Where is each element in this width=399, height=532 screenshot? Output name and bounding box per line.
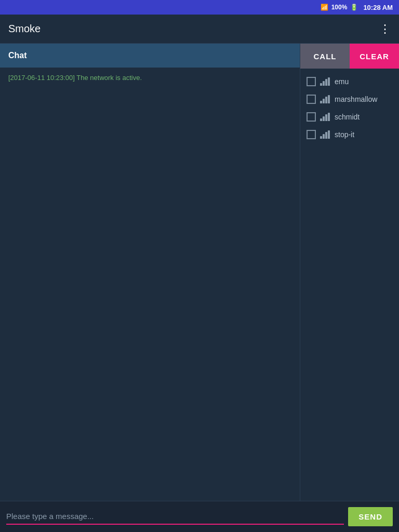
status-time: 10:28 AM (363, 4, 393, 11)
contact-checkbox[interactable] (307, 112, 316, 122)
signal-icon (320, 95, 330, 103)
battery-percentage: 100% (331, 4, 348, 11)
clear-button[interactable]: CLEAR (350, 44, 399, 69)
contact-checkbox[interactable] (307, 95, 316, 104)
more-options-icon[interactable]: ⋮ (379, 22, 391, 36)
input-bar: SEND (0, 501, 399, 532)
action-buttons: CALL CLEAR (300, 44, 399, 69)
contact-item[interactable]: schmidt (300, 108, 399, 126)
chat-header: Chat (0, 44, 300, 68)
status-bar: 📶 100% 🔋 10:28 AM (0, 0, 399, 15)
signal-icon (320, 130, 330, 139)
wifi-icon: 📶 (321, 4, 328, 11)
contact-name: schmidt (335, 113, 360, 121)
contact-list: emumarshmallowschmidtstop-it (300, 69, 399, 148)
contact-checkbox[interactable] (307, 130, 316, 139)
battery-icon: 🔋 (350, 4, 358, 11)
app-title: Smoke (8, 23, 41, 35)
network-status-message: [2017-06-11 10:23:00] The network is act… (8, 74, 291, 82)
right-panel: CALL CLEAR emumarshmallowschmidtstop-it (300, 44, 399, 501)
chat-messages: [2017-06-11 10:23:00] The network is act… (0, 68, 300, 501)
contact-name: emu (335, 77, 349, 86)
contact-item[interactable]: marshmallow (300, 90, 399, 108)
contact-item[interactable]: stop-it (300, 126, 399, 143)
chat-panel: Chat [2017-06-11 10:23:00] The network i… (0, 44, 300, 501)
call-button[interactable]: CALL (300, 44, 350, 69)
message-input[interactable] (6, 509, 344, 525)
main-content: Chat [2017-06-11 10:23:00] The network i… (0, 44, 399, 501)
send-button[interactable]: SEND (348, 507, 393, 526)
signal-icon (320, 113, 330, 121)
contact-name: marshmallow (335, 95, 377, 103)
contact-item[interactable]: emu (300, 73, 399, 90)
contact-name: stop-it (335, 130, 354, 139)
contact-checkbox[interactable] (307, 77, 316, 86)
signal-icon (320, 77, 330, 86)
app-bar: Smoke ⋮ (0, 15, 399, 44)
